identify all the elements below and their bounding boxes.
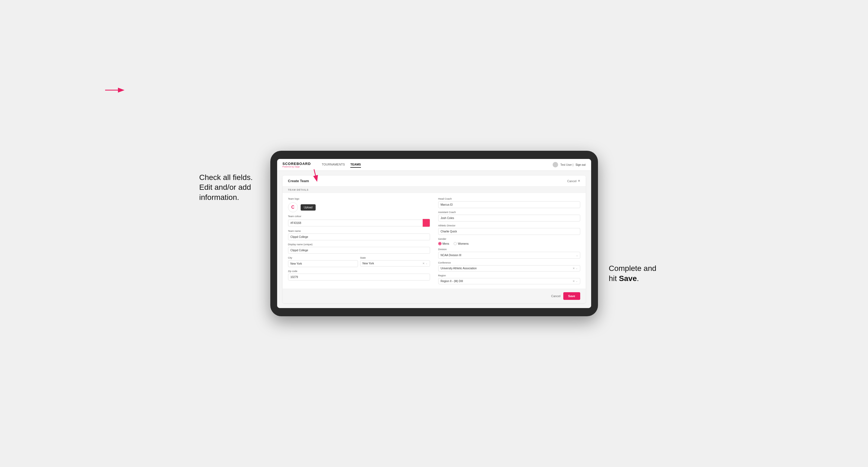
user-avatar: [553, 162, 558, 167]
athletic-director-field: Athletic Director: [438, 224, 580, 235]
form-body: Team logo C Upload Team colo: [283, 193, 586, 289]
close-icon: ✕: [578, 179, 580, 183]
team-colour-input[interactable]: [288, 220, 423, 226]
zip-label: Zip code: [288, 270, 430, 273]
state-label: State: [360, 256, 430, 259]
sign-out-link[interactable]: Sign out: [576, 163, 586, 166]
city-input[interactable]: [288, 260, 358, 267]
city-field: City: [288, 256, 358, 267]
gender-mens-label: Mens: [443, 242, 449, 245]
assistant-coach-label: Assistant Coach: [438, 211, 580, 214]
gender-field: Gender Mens Womens: [438, 238, 580, 245]
gender-womens-option[interactable]: Womens: [454, 242, 469, 245]
womens-radio-dot[interactable]: [454, 242, 457, 245]
logo-text: SCOREBOARD: [283, 162, 311, 166]
gender-label: Gender: [438, 238, 580, 240]
team-colour-label: Team colour: [288, 215, 430, 218]
region-field: Region Region II - (M) DIII ✕ ⌄: [438, 274, 580, 284]
user-label: Test User |: [560, 163, 574, 166]
tablet-frame: SCOREBOARD Powered by clippi TOURNAMENTS…: [270, 151, 598, 316]
state-chevron-icon: ⌄: [426, 262, 428, 264]
main-content: Create Team Cancel ✕ TEAM DETAILS: [277, 171, 591, 308]
conference-label: Conference: [438, 261, 580, 264]
annotation-left-line1: Check all fields.: [199, 173, 253, 182]
gender-womens-label: Womens: [458, 242, 469, 245]
zip-input[interactable]: [288, 274, 430, 280]
region-value: Region II - (M) DIII: [441, 280, 572, 283]
head-coach-input[interactable]: [438, 201, 580, 208]
state-value: New York: [363, 262, 423, 265]
form-left: Team logo C Upload Team colo: [288, 197, 430, 284]
region-chevron-icon: ⌄: [576, 280, 578, 282]
color-swatch[interactable]: [423, 219, 430, 227]
gender-mens-option[interactable]: Mens: [438, 242, 449, 245]
save-button[interactable]: Save: [563, 292, 580, 300]
region-clear-icon[interactable]: ✕: [572, 280, 575, 283]
form-title: Create Team: [288, 179, 309, 183]
region-label: Region: [438, 274, 580, 277]
head-coach-label: Head Coach: [438, 197, 580, 200]
form-right: Head Coach Assistant Coach Athletic Dire…: [438, 197, 580, 284]
conference-chevron-icon: ⌄: [576, 267, 578, 270]
annotation-right-bold: Save: [619, 274, 637, 283]
color-input-wrapper: [288, 219, 430, 227]
conference-field: Conference University Athletic Associati…: [438, 261, 580, 272]
nav-bar: SCOREBOARD Powered by clippi TOURNAMENTS…: [277, 159, 591, 171]
logo-sub: Powered by clippi: [283, 166, 311, 168]
form-container: Create Team Cancel ✕ TEAM DETAILS: [283, 176, 586, 303]
head-coach-field: Head Coach: [438, 197, 580, 208]
division-select-wrapper: ⌄: [438, 252, 580, 259]
division-input[interactable]: [438, 252, 580, 259]
display-name-field: Display name (unique): [288, 243, 430, 254]
annotation-left-line2: Edit and/or add: [199, 183, 251, 191]
state-clear-icon[interactable]: ✕: [423, 262, 425, 265]
nav-links: TOURNAMENTS TEAMS: [322, 162, 545, 168]
team-name-field: Team name: [288, 230, 430, 240]
assistant-coach-field: Assistant Coach: [438, 211, 580, 221]
gender-radio-group: Mens Womens: [438, 242, 580, 245]
team-logo-field: Team logo C Upload: [288, 197, 430, 212]
logo-letter: C: [291, 205, 294, 210]
tablet-screen: SCOREBOARD Powered by clippi TOURNAMENTS…: [277, 159, 591, 308]
annotation-left: Check all fields. Edit and/or add inform…: [199, 173, 265, 203]
nav-user: Test User | Sign out: [553, 162, 585, 167]
assistant-coach-input[interactable]: [438, 215, 580, 221]
athletic-director-input[interactable]: [438, 228, 580, 235]
mens-radio-dot[interactable]: [438, 242, 441, 245]
display-name-input[interactable]: [288, 247, 430, 254]
team-name-input[interactable]: [288, 234, 430, 240]
annotation-right-line2: hit: [609, 274, 619, 283]
conference-value: University Athletic Association: [441, 267, 572, 270]
logo-upload-area: C Upload: [288, 203, 430, 212]
form-footer: Cancel Save: [283, 289, 586, 303]
division-label: Division: [438, 248, 580, 251]
upload-button[interactable]: Upload: [301, 204, 316, 211]
cancel-button[interactable]: Cancel: [551, 294, 561, 298]
conference-select[interactable]: University Athletic Association ✕ ⌄: [438, 265, 580, 272]
city-label: City: [288, 256, 358, 259]
logo-area: SCOREBOARD Powered by clippi: [283, 162, 311, 168]
athletic-director-label: Athletic Director: [438, 224, 580, 227]
zip-field: Zip code: [288, 270, 430, 280]
region-select[interactable]: Region II - (M) DIII ✕ ⌄: [438, 278, 580, 284]
team-name-label: Team name: [288, 230, 430, 232]
state-select[interactable]: New York ✕ ⌄: [360, 260, 430, 267]
annotation-right: Complete and hit Save.: [609, 263, 674, 283]
display-name-label: Display name (unique): [288, 243, 430, 246]
logo-preview: C: [288, 203, 298, 212]
division-field: Division ⌄: [438, 248, 580, 259]
form-cancel-top[interactable]: Cancel ✕: [567, 179, 580, 183]
nav-link-teams[interactable]: TEAMS: [350, 162, 361, 168]
annotation-right-end: .: [637, 274, 639, 283]
conference-clear-icon[interactable]: ✕: [572, 267, 575, 270]
city-state-row: City State New York ✕ ⌄: [288, 256, 430, 267]
team-colour-field: Team colour: [288, 215, 430, 227]
nav-link-tournaments[interactable]: TOURNAMENTS: [322, 162, 345, 168]
state-field: State New York ✕ ⌄: [360, 256, 430, 267]
form-header: Create Team Cancel ✕: [283, 176, 586, 187]
team-logo-label: Team logo: [288, 197, 430, 200]
annotation-left-line3: information.: [199, 193, 239, 201]
section-label: TEAM DETAILS: [283, 187, 586, 193]
annotation-right-line1: Complete and: [609, 264, 656, 273]
